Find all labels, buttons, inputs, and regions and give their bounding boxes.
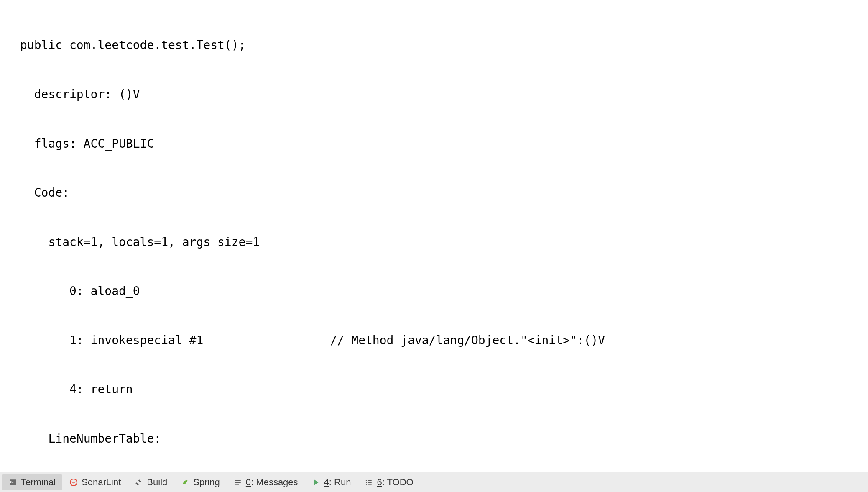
code-line: 4: return — [20, 381, 868, 397]
spring-tab[interactable]: Spring — [174, 474, 227, 490]
toolwindow-bar: Terminal SonarLint Build Spring 0: Messa… — [0, 472, 868, 492]
play-icon — [311, 478, 321, 487]
run-label: 4: Run — [324, 477, 351, 488]
svg-point-9 — [366, 484, 367, 485]
terminal-tab[interactable]: Terminal — [2, 474, 62, 490]
code-line: public com.leetcode.test.Test(); — [20, 37, 868, 53]
terminal-output[interactable]: public com.leetcode.test.Test(); descrip… — [0, 0, 868, 472]
code-line: 1: invokespecial #1 // Method java/lang/… — [20, 332, 868, 348]
todo-label: 6: TODO — [377, 477, 413, 488]
messages-icon — [233, 478, 243, 487]
code-line: flags: ACC_PUBLIC — [20, 136, 868, 152]
code-line: LineNumberTable: — [20, 430, 868, 447]
messages-label: 0: Messages — [246, 477, 298, 488]
list-icon — [364, 478, 373, 487]
build-tab[interactable]: Build — [128, 474, 174, 490]
code-line: stack=1, locals=1, args_size=1 — [20, 234, 868, 250]
build-label: Build — [147, 477, 167, 488]
code-line: 0: aload_0 — [20, 283, 868, 299]
spring-label: Spring — [193, 477, 220, 488]
sonarlint-icon — [69, 478, 78, 487]
terminal-label: Terminal — [21, 477, 56, 488]
terminal-icon — [8, 478, 18, 487]
svg-point-8 — [366, 482, 367, 483]
sonarlint-label: SonarLint — [82, 477, 121, 488]
todo-tab[interactable]: 6: TODO — [357, 474, 420, 490]
hammer-icon — [134, 478, 143, 487]
run-tab[interactable]: 4: Run — [305, 474, 358, 490]
sonarlint-tab[interactable]: SonarLint — [62, 474, 128, 490]
svg-rect-3 — [135, 482, 139, 485]
spring-leaf-icon — [181, 478, 190, 487]
svg-point-7 — [366, 480, 367, 481]
code-line: descriptor: ()V — [20, 86, 868, 102]
code-line: Code: — [20, 184, 868, 201]
messages-tab[interactable]: 0: Messages — [227, 474, 305, 490]
